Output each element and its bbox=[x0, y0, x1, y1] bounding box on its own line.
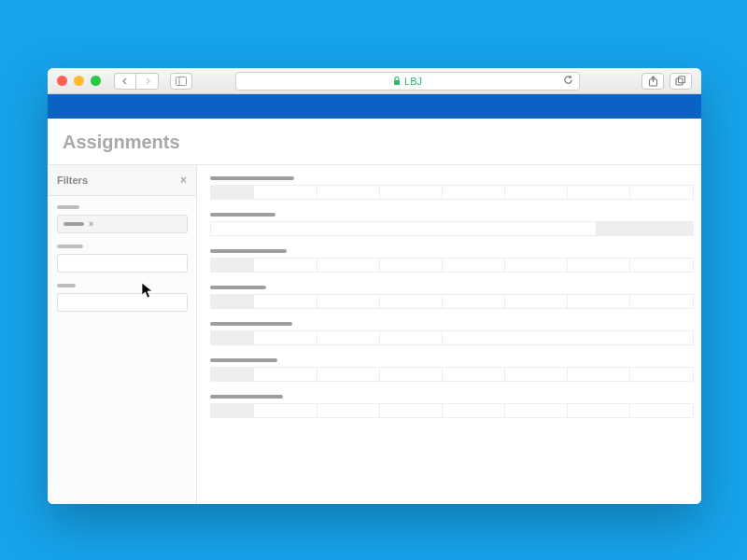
assignment-row[interactable] bbox=[210, 358, 694, 382]
bar-segment bbox=[211, 186, 254, 199]
svg-rect-4 bbox=[676, 78, 683, 85]
bar-segment bbox=[211, 222, 597, 235]
svg-rect-5 bbox=[679, 77, 685, 83]
nav-buttons bbox=[114, 73, 159, 90]
filters-header: Filters × bbox=[48, 165, 196, 196]
filter-section-2 bbox=[57, 245, 187, 273]
row-bar bbox=[210, 367, 694, 382]
bar-segment bbox=[254, 186, 317, 199]
bar-segment bbox=[630, 368, 693, 381]
filter-input[interactable] bbox=[57, 293, 188, 312]
bar-segment bbox=[630, 186, 693, 199]
bar-segment bbox=[211, 259, 254, 272]
assignment-row[interactable] bbox=[210, 395, 694, 418]
bar-segment bbox=[505, 295, 568, 308]
reload-icon[interactable] bbox=[563, 75, 573, 88]
bar-segment bbox=[317, 186, 380, 199]
filter-section-1: × bbox=[57, 205, 187, 233]
filter-tag bbox=[63, 222, 84, 226]
bar-segment bbox=[254, 259, 317, 272]
bar-segment bbox=[254, 404, 317, 417]
page-content: Assignments Filters × × bbox=[48, 119, 701, 504]
minimize-window-icon[interactable] bbox=[74, 76, 84, 86]
assignment-row[interactable] bbox=[210, 213, 694, 236]
bar-segment bbox=[597, 222, 645, 235]
filter-label bbox=[57, 245, 83, 248]
row-bar bbox=[210, 294, 694, 309]
assignment-row[interactable] bbox=[210, 286, 694, 309]
bar-segment bbox=[568, 295, 630, 308]
browser-window: LBJ Assignments Filters × bbox=[48, 68, 701, 504]
svg-rect-2 bbox=[394, 80, 400, 85]
bar-segment bbox=[630, 295, 693, 308]
lock-icon bbox=[393, 77, 401, 86]
close-window-icon[interactable] bbox=[57, 76, 67, 86]
row-label bbox=[210, 286, 266, 289]
row-label bbox=[210, 358, 277, 362]
tabs-button[interactable] bbox=[669, 73, 692, 90]
assignment-row[interactable] bbox=[210, 322, 694, 345]
row-bar bbox=[210, 258, 694, 273]
row-label bbox=[210, 176, 294, 180]
bar-segment bbox=[380, 295, 443, 308]
bar-segment bbox=[568, 259, 630, 272]
bar-segment bbox=[505, 186, 568, 199]
bar-segment bbox=[211, 368, 254, 381]
row-label bbox=[210, 395, 283, 399]
bar-segment bbox=[443, 186, 505, 199]
bar-segment bbox=[630, 404, 693, 417]
filter-section-3 bbox=[57, 284, 187, 312]
assignment-row[interactable] bbox=[210, 249, 694, 273]
address-bar[interactable]: LBJ bbox=[235, 72, 580, 91]
bar-segment bbox=[380, 331, 443, 344]
bar-segment bbox=[211, 295, 254, 308]
bar-segment bbox=[505, 404, 568, 417]
app-header-bar bbox=[48, 94, 701, 119]
back-button[interactable] bbox=[114, 73, 136, 90]
bar-segment bbox=[317, 404, 380, 417]
row-bar bbox=[210, 403, 694, 418]
filter-input[interactable] bbox=[57, 254, 188, 273]
bar-segment bbox=[317, 295, 380, 308]
bar-segment bbox=[505, 368, 568, 381]
titlebar: LBJ bbox=[48, 68, 701, 94]
window-controls bbox=[57, 76, 101, 86]
bar-segment bbox=[317, 368, 380, 381]
bar-segment bbox=[443, 295, 505, 308]
maximize-window-icon[interactable] bbox=[91, 76, 101, 86]
assignments-list bbox=[197, 164, 701, 504]
bar-segment bbox=[505, 259, 568, 272]
sidebar-toggle-button[interactable] bbox=[170, 73, 192, 90]
bar-segment bbox=[317, 259, 380, 272]
tag-remove-icon[interactable]: × bbox=[89, 219, 93, 229]
filters-title: Filters bbox=[57, 175, 88, 186]
share-button[interactable] bbox=[641, 73, 664, 90]
row-label bbox=[210, 213, 275, 217]
bar-segment bbox=[211, 404, 254, 417]
bar-segment bbox=[211, 331, 254, 344]
bar-segment bbox=[443, 259, 505, 272]
row-label bbox=[210, 249, 287, 253]
assignment-row[interactable] bbox=[210, 176, 694, 200]
filter-label bbox=[57, 284, 76, 287]
bar-segment bbox=[380, 259, 443, 272]
row-bar bbox=[210, 185, 694, 200]
forward-button[interactable] bbox=[136, 73, 159, 90]
row-bar bbox=[210, 221, 694, 236]
toolbar-right bbox=[641, 73, 692, 90]
close-icon[interactable]: × bbox=[180, 174, 187, 187]
bar-segment bbox=[568, 368, 630, 381]
bar-segment bbox=[568, 404, 630, 417]
svg-rect-0 bbox=[176, 77, 187, 85]
bar-segment bbox=[443, 368, 505, 381]
bar-segment bbox=[380, 404, 443, 417]
filter-tag-input[interactable]: × bbox=[57, 215, 188, 233]
bar-segment bbox=[254, 331, 317, 344]
filters-panel: Filters × × bbox=[48, 164, 197, 504]
bar-segment bbox=[254, 295, 317, 308]
bar-segment bbox=[568, 186, 630, 199]
filter-label bbox=[57, 205, 79, 209]
bar-segment bbox=[380, 368, 443, 381]
page-title: Assignments bbox=[48, 119, 701, 164]
url-display: LBJ bbox=[393, 76, 422, 87]
